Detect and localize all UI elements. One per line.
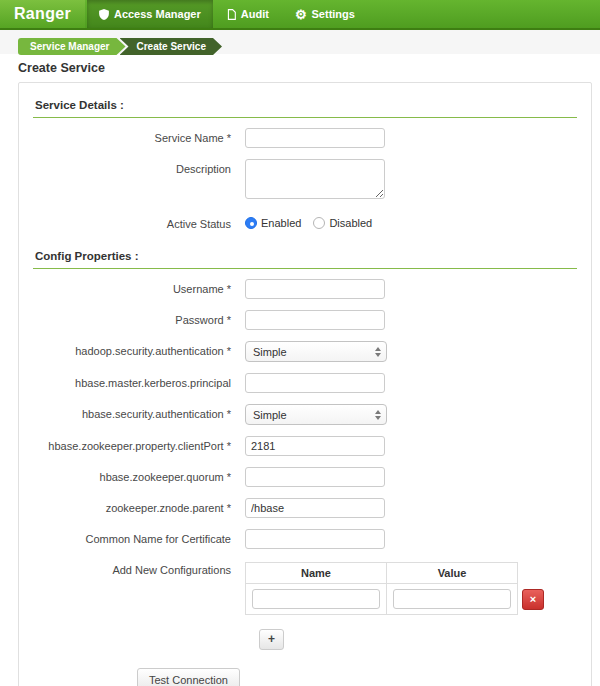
select-arrows-icon — [375, 347, 381, 357]
config-name-header: Name — [246, 563, 387, 584]
config-name-input[interactable] — [252, 589, 380, 609]
config-value-input[interactable] — [393, 589, 511, 609]
username-input[interactable] — [245, 279, 385, 299]
nav-audit-label: Audit — [241, 8, 269, 20]
active-status-enabled-option[interactable]: Enabled — [245, 217, 301, 229]
nav-settings[interactable]: ⚙ Settings — [283, 0, 367, 28]
hbase-auth-selected-value: Simple — [253, 409, 287, 421]
kerberos-principal-input[interactable] — [245, 373, 385, 393]
ranger-logo[interactable]: Ranger — [0, 0, 85, 28]
row-znode-parent: zookeeper.znode.parent * — [33, 498, 577, 518]
row-quorum: hbase.zookeeper.quorum * — [33, 467, 577, 487]
new-configurations-table: Name Value × — [245, 562, 551, 615]
row-service-name: Service Name * — [33, 128, 577, 148]
shield-icon — [99, 9, 109, 20]
common-name-input[interactable] — [245, 529, 385, 549]
top-navbar: Ranger Access Manager Audit ⚙ Settings — [0, 0, 600, 30]
disabled-label: Disabled — [329, 217, 372, 229]
nav-access-manager-label: Access Manager — [114, 8, 201, 20]
service-name-label: Service Name * — [33, 128, 245, 144]
hadoop-auth-label: hadoop.security.authentication * — [33, 341, 245, 357]
client-port-input[interactable] — [245, 436, 385, 456]
nav-audit[interactable]: Audit — [215, 0, 281, 28]
row-username: Username * — [33, 279, 577, 299]
select-arrows-icon — [375, 410, 381, 420]
radio-enabled-icon[interactable] — [245, 217, 257, 229]
row-hadoop-auth: hadoop.security.authentication * Simple — [33, 341, 577, 362]
quorum-label: hbase.zookeeper.quorum * — [33, 467, 245, 483]
nav-access-manager[interactable]: Access Manager — [87, 0, 213, 28]
config-table-row: × — [246, 584, 551, 615]
row-common-name: Common Name for Certificate — [33, 529, 577, 549]
kerberos-principal-label: hbase.master.kerberos.principal — [33, 373, 245, 389]
row-description: Description — [33, 159, 577, 203]
add-new-configurations-label: Add New Configurations — [33, 560, 245, 576]
row-kerberos-principal: hbase.master.kerberos.principal — [33, 373, 577, 393]
description-textarea[interactable] — [245, 159, 385, 199]
active-status-disabled-option[interactable]: Disabled — [313, 217, 372, 229]
quorum-input[interactable] — [245, 467, 385, 487]
znode-parent-label: zookeeper.znode.parent * — [33, 498, 245, 514]
row-client-port: hbase.zookeeper.property.clientPort * — [33, 436, 577, 456]
description-label: Description — [33, 159, 245, 175]
delete-config-row-button[interactable]: × — [522, 589, 544, 610]
section-config-properties: Config Properties : — [33, 246, 577, 269]
password-input[interactable] — [245, 310, 385, 330]
file-icon — [227, 9, 236, 20]
znode-parent-input[interactable] — [245, 498, 385, 518]
service-name-input[interactable] — [245, 128, 385, 148]
password-label: Password * — [33, 310, 245, 326]
hbase-auth-select[interactable]: Simple — [245, 404, 387, 425]
test-connection-button[interactable]: Test Connection — [137, 668, 240, 686]
row-add-new-configurations: Add New Configurations Name Value × — [33, 560, 577, 615]
username-label: Username * — [33, 279, 245, 295]
row-active-status: Active Status Enabled Disabled — [33, 214, 577, 230]
section-service-details: Service Details : — [33, 95, 577, 118]
common-name-label: Common Name for Certificate — [33, 529, 245, 545]
row-password: Password * — [33, 310, 577, 330]
radio-disabled-icon[interactable] — [313, 217, 325, 229]
nav-settings-label: Settings — [312, 8, 355, 20]
row-hbase-auth: hbase.security.authentication * Simple — [33, 404, 577, 425]
client-port-label: hbase.zookeeper.property.clientPort * — [33, 436, 245, 452]
breadcrumb-create-service: Create Service — [120, 38, 223, 55]
active-status-label: Active Status — [33, 214, 245, 230]
hbase-auth-label: hbase.security.authentication * — [33, 404, 245, 420]
enabled-label: Enabled — [261, 217, 301, 229]
config-value-header: Value — [387, 563, 518, 584]
gear-icon: ⚙ — [295, 8, 307, 21]
breadcrumb-service-manager[interactable]: Service Manager — [18, 38, 126, 55]
hadoop-auth-select[interactable]: Simple — [245, 341, 387, 362]
breadcrumb: Service ManagerCreate Service — [0, 30, 600, 54]
hadoop-auth-selected-value: Simple — [253, 346, 287, 358]
page-title: Create Service — [0, 54, 600, 82]
add-config-row-button[interactable]: + — [259, 629, 284, 650]
create-service-form-panel: Service Details : Service Name * Descrip… — [18, 82, 592, 686]
